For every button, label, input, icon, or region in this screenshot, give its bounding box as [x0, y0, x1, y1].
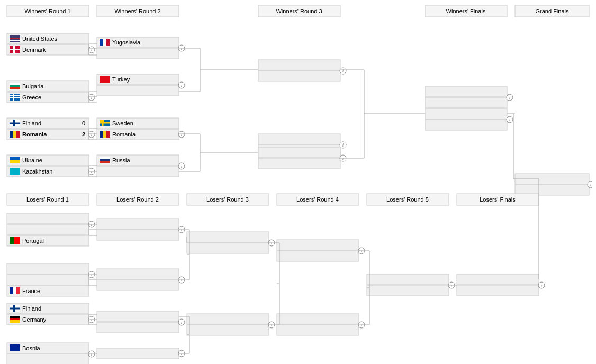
lrf-label: Losers' Finals [480, 196, 516, 203]
wr2-label: Winners' Round 2 [114, 8, 160, 14]
lr2-label: Losers' Round 2 [116, 196, 159, 203]
svg-rect-74 [100, 161, 110, 163]
svg-rect-196 [277, 314, 359, 324]
svg-rect-197 [277, 325, 359, 335]
svg-rect-49 [100, 39, 103, 46]
bg-team: Bulgaria [22, 83, 44, 89]
svg-rect-173 [97, 269, 179, 279]
ro2-team: Romania [112, 131, 136, 138]
svg-rect-205 [457, 285, 539, 296]
svg-rect-66 [100, 131, 103, 138]
se-team: Sweden [112, 120, 133, 126]
svg-rect-146 [7, 263, 89, 274]
lr3-label: Losers' Round 3 [206, 196, 249, 203]
bracket-svg: Winners' Round 1 Winners' Round 2 Winner… [4, 4, 592, 364]
svg-rect-36 [13, 131, 16, 138]
svg-rect-127 [425, 120, 507, 130]
svg-rect-73 [100, 159, 110, 161]
svg-rect-192 [277, 240, 359, 250]
svg-rect-50 [103, 39, 106, 46]
svg-rect-151 [10, 287, 13, 294]
wr3-label: Winners' Round 3 [276, 8, 322, 14]
svg-rect-119 [258, 158, 340, 169]
svg-rect-68 [106, 131, 110, 138]
svg-rect-82 [258, 134, 340, 144]
lr5-label: Losers' Round 5 [386, 196, 429, 203]
svg-rect-45 [10, 168, 20, 175]
svg-rect-204 [457, 274, 539, 285]
svg-rect-43 [10, 160, 20, 163]
wr1-label: Winners' Round 1 [24, 8, 70, 14]
gr-team: Greece [22, 94, 41, 101]
svg-rect-72 [100, 157, 110, 159]
svg-rect-19 [10, 85, 20, 87]
ua-team: Ukraine [22, 157, 42, 163]
svg-rect-140 [7, 224, 89, 235]
svg-rect-87 [425, 97, 507, 108]
wf-label: Winners' Finals [446, 8, 486, 14]
fi-team: Finland [22, 120, 41, 126]
svg-rect-52 [97, 48, 179, 59]
svg-rect-13 [13, 46, 15, 53]
fr-team: France [22, 288, 40, 294]
bracket-container: Winners' Round 1 Winners' Round 2 Winner… [0, 0, 596, 364]
svg-rect-35 [10, 131, 13, 138]
svg-rect-78 [258, 60, 340, 70]
svg-rect-9 [17, 35, 20, 38]
svg-rect-8 [10, 40, 20, 41]
svg-rect-177 [97, 311, 179, 322]
svg-rect-165 [7, 354, 89, 364]
svg-rect-152 [13, 287, 16, 294]
svg-rect-79 [258, 71, 340, 81]
svg-rect-7 [10, 38, 20, 39]
dk-team: Denmark [22, 47, 46, 53]
svg-rect-200 [367, 274, 449, 285]
svg-rect-147 [7, 275, 89, 285]
svg-rect-42 [10, 157, 20, 160]
svg-rect-160 [10, 318, 20, 320]
us-team: United States [22, 35, 58, 42]
kz-team: Kazakhstan [22, 168, 52, 175]
svg-rect-185 [187, 243, 269, 253]
svg-rect-56 [100, 76, 110, 83]
svg-rect-18 [10, 83, 20, 85]
svg-rect-193 [277, 251, 359, 261]
fi2-team: Finland [22, 305, 41, 312]
ro-team: Romania [22, 131, 47, 138]
svg-rect-159 [10, 316, 20, 318]
svg-rect-51 [106, 39, 110, 46]
svg-rect-118 [258, 147, 340, 158]
ru-team: Russia [112, 157, 131, 163]
svg-rect-139 [7, 213, 89, 224]
gf-label: Grand Finals [536, 8, 569, 14]
svg-rect-57 [97, 85, 179, 96]
svg-rect-178 [97, 322, 179, 333]
tr-team: Turkey [112, 76, 130, 83]
svg-rect-188 [187, 314, 269, 324]
de-team: Germany [22, 316, 47, 323]
pt-team: Portugal [22, 238, 44, 244]
svg-rect-189 [187, 325, 269, 335]
svg-rect-20 [10, 87, 20, 89]
svg-rect-169 [97, 219, 179, 229]
svg-rect-67 [103, 131, 106, 138]
svg-rect-181 [97, 348, 179, 359]
svg-rect-184 [187, 232, 269, 242]
svg-text:2: 2 [82, 131, 85, 138]
svg-rect-144 [10, 237, 14, 244]
svg-rect-126 [425, 108, 507, 119]
svg-text:0: 0 [82, 120, 85, 126]
svg-rect-86 [425, 86, 507, 97]
svg-rect-37 [16, 131, 20, 138]
svg-rect-168 [10, 344, 20, 351]
yu-team: Yugoslavia [112, 39, 141, 46]
svg-rect-174 [97, 280, 179, 290]
svg-rect-201 [367, 285, 449, 296]
ba-team: Bosnia [22, 345, 41, 351]
svg-rect-145 [14, 237, 20, 244]
lr1-label: Losers' Round 1 [26, 196, 69, 203]
svg-rect-161 [10, 320, 20, 323]
svg-rect-153 [16, 287, 20, 294]
lr4-label: Losers' Round 4 [296, 196, 339, 203]
svg-rect-75 [97, 166, 179, 177]
